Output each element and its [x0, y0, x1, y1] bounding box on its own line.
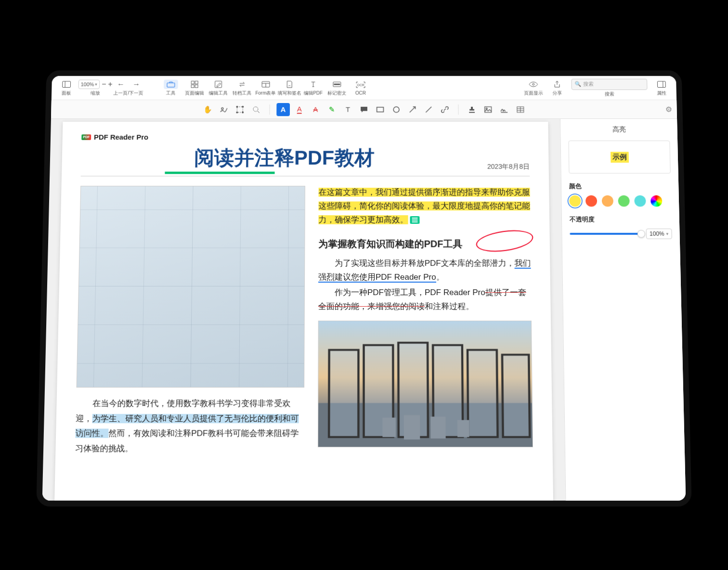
image-tool[interactable]: [481, 103, 495, 116]
color-swatch-green[interactable]: [618, 195, 630, 207]
underline-tool[interactable]: A: [293, 103, 306, 116]
color-label: 颜色: [569, 182, 671, 191]
svg-point-20: [242, 106, 244, 107]
circle-tool[interactable]: [390, 103, 403, 116]
ocr-label: OCR: [355, 91, 366, 96]
panel-toggle[interactable]: 面板: [54, 76, 78, 100]
properties-icon: [657, 79, 666, 89]
svg-rect-0: [63, 81, 71, 87]
svg-point-14: [533, 83, 534, 85]
prev-page-icon[interactable]: ←: [117, 80, 125, 88]
svg-rect-43: [404, 415, 420, 440]
properties-button[interactable]: 属性: [650, 76, 674, 100]
color-swatch-orange[interactable]: [602, 195, 613, 207]
svg-point-30: [486, 108, 487, 109]
search-icon: 🔍: [574, 81, 581, 87]
svg-line-27: [410, 106, 416, 112]
page-nav[interactable]: ← → 上一页/下一页: [112, 76, 145, 100]
app-name: PDF Reader Pro: [94, 133, 148, 141]
convert-button[interactable]: 转档工具: [230, 76, 254, 100]
opacity-select[interactable]: 100%▾: [646, 229, 672, 239]
svg-rect-12: [334, 84, 340, 85]
svg-point-21: [236, 111, 238, 113]
intro-paragraph: 在这篇文章中，我们通过提供循序渐进的指导来帮助你克服这些障碍，简化你的阅读体验，…: [318, 186, 530, 227]
eye-icon: [529, 79, 538, 89]
select-tool[interactable]: [233, 103, 247, 116]
line-tool[interactable]: [422, 103, 435, 116]
link-tool[interactable]: [438, 103, 452, 116]
tools-label: 工具: [166, 90, 176, 96]
arrow-tool[interactable]: [406, 103, 419, 116]
zoom-out-icon[interactable]: −: [102, 80, 106, 88]
highlight-tool[interactable]: A: [276, 103, 290, 116]
svg-rect-29: [485, 106, 492, 112]
zoom-select[interactable]: 100%▾: [78, 79, 100, 89]
svg-point-19: [236, 106, 238, 107]
form-icon: [261, 79, 270, 89]
next-page-icon[interactable]: →: [132, 80, 140, 88]
table-tool[interactable]: [514, 103, 527, 116]
display-button[interactable]: 页面显示: [521, 76, 546, 100]
rect-tool[interactable]: [374, 103, 387, 116]
opacity-slider[interactable]: [570, 233, 641, 235]
strikeout-tool[interactable]: A: [309, 103, 322, 116]
svg-rect-4: [195, 81, 198, 84]
page-edit-button[interactable]: 页面编辑: [182, 76, 207, 100]
zoom-control[interactable]: 100%▾ − + 缩放: [78, 76, 113, 100]
ocr-button[interactable]: OCR OCR: [349, 76, 372, 100]
svg-point-22: [242, 111, 244, 113]
chevron-down-icon: ▾: [95, 82, 97, 87]
right-image: [318, 321, 533, 447]
svg-text:OCR: OCR: [357, 83, 364, 87]
fill-sign-button[interactable]: 填写和签名: [277, 76, 301, 100]
svg-rect-5: [191, 85, 194, 88]
edit-pdf-button[interactable]: 编辑PDF: [301, 76, 325, 100]
panel-label: 面板: [62, 90, 71, 96]
zoom-icon-row: 100%▾ − +: [78, 79, 113, 89]
pen-tool[interactable]: ✎: [325, 103, 338, 116]
redact-button[interactable]: 标记密文: [325, 76, 349, 100]
red-circle-annotation: [475, 227, 535, 255]
page-nav-label: 上一页/下一页: [114, 90, 143, 96]
note-annotation-icon[interactable]: [410, 216, 420, 224]
tools-button[interactable]: 工具: [159, 76, 183, 100]
svg-rect-40: [468, 350, 498, 437]
svg-point-26: [393, 106, 399, 112]
color-swatch-cyan[interactable]: [634, 195, 646, 207]
panel-icon: [62, 79, 71, 89]
chevron-down-icon: ▾: [666, 232, 669, 236]
edit-tools-button[interactable]: 编辑工具: [206, 76, 230, 100]
stamp-tool[interactable]: [465, 103, 479, 116]
main-toolbar: 面板 100%▾ − + 缩放 ← → 上一页/下一页 工具 页面编辑 编辑工具…: [52, 76, 676, 100]
svg-point-23: [253, 106, 258, 111]
text-edit-icon: [309, 79, 317, 89]
grid-icon: [191, 79, 198, 89]
form-button[interactable]: Form表单: [254, 76, 278, 100]
ocr-icon: OCR: [356, 80, 365, 89]
hand-tool[interactable]: ✋: [201, 103, 214, 116]
settings-icon[interactable]: ⚙: [665, 105, 672, 114]
color-picker-icon[interactable]: [650, 195, 662, 207]
svg-point-17: [221, 107, 223, 109]
svg-rect-41: [502, 355, 530, 437]
read-tool[interactable]: [217, 103, 231, 116]
highlight-preview: 示例: [568, 141, 670, 174]
share-button[interactable]: 分享: [545, 76, 569, 100]
color-swatch-red[interactable]: [585, 195, 597, 207]
zoom-in-icon[interactable]: +: [108, 80, 113, 88]
text-tool[interactable]: T: [341, 103, 355, 116]
search-label: 搜索: [605, 91, 614, 97]
properties-panel: 高亮 示例 颜色 不透明度 100%▾: [560, 119, 686, 501]
document-viewport[interactable]: PDFPDF Reader Pro 阅读并注释PDF教材 2023年8月8日 在…: [42, 119, 566, 501]
signature-tool[interactable]: [497, 103, 511, 116]
yellow-highlight: 在这篇文章中，我们通过提供循序渐进的指导来帮助你克服这些障碍，简化你的阅读体验，…: [318, 188, 530, 224]
fill-sign-label: 填写和签名: [277, 90, 301, 96]
slider-knob[interactable]: [637, 230, 645, 238]
zoom-tool[interactable]: [249, 103, 263, 116]
svg-line-24: [258, 111, 260, 113]
paragraph-3: 作为一种PDF管理工具，PDF Reader Pro提供了一套全面的功能，来增强…: [318, 286, 532, 314]
note-tool[interactable]: [357, 103, 371, 116]
zoom-value: 100%: [81, 81, 94, 87]
color-swatch-yellow[interactable]: [569, 195, 581, 207]
search-input[interactable]: 🔍搜索: [571, 78, 647, 90]
